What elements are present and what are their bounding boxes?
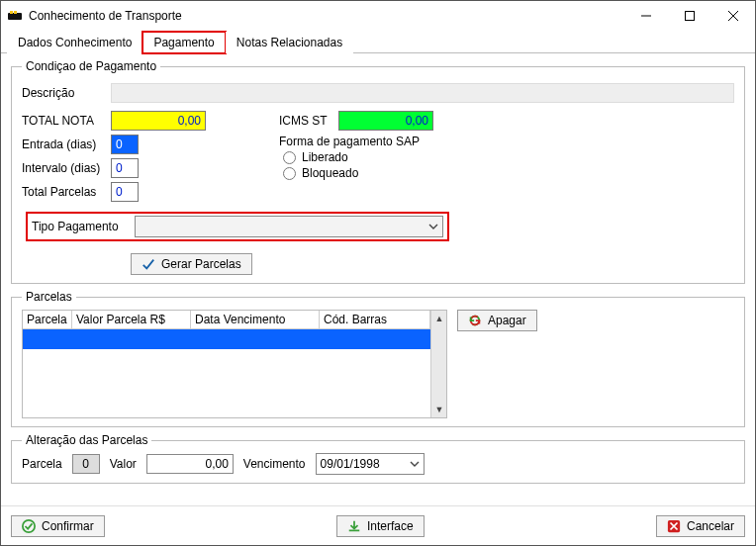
intervalo-field[interactable]: 0 [111, 158, 139, 178]
svg-rect-4 [686, 12, 695, 21]
svg-rect-1 [10, 11, 13, 14]
total-parcelas-field[interactable]: 0 [111, 182, 139, 202]
alt-parcela-label: Parcela [22, 457, 62, 471]
parcelas-group: Parcelas Parcela Valor Parcela R$ Data V… [11, 290, 745, 427]
confirmar-label: Confirmar [42, 519, 94, 533]
parcelas-legend: Parcelas [22, 290, 76, 304]
window-title: Conhecimento de Transporte [29, 9, 624, 23]
alteracao-group: Alteração das Parcelas Parcela 0 Valor 0… [11, 433, 745, 484]
col-valor[interactable]: Valor Parcela R$ [72, 311, 191, 329]
cancel-icon [667, 519, 681, 533]
descricao-label: Descrição [22, 86, 111, 100]
gerar-parcelas-label: Gerar Parcelas [161, 257, 241, 271]
radio-liberado[interactable] [283, 151, 296, 164]
footer: Confirmar Interface Cancelar [1, 505, 755, 545]
tab-dados[interactable]: Dados Conhecimento [7, 32, 142, 53]
interface-label: Interface [367, 519, 414, 533]
minimize-button[interactable] [624, 1, 668, 31]
confirmar-button[interactable]: Confirmar [11, 515, 105, 537]
refresh-icon [468, 314, 482, 327]
interface-button[interactable]: Interface [336, 515, 425, 537]
download-icon [347, 519, 361, 533]
apagar-label: Apagar [488, 314, 526, 327]
alt-valor-field[interactable]: 0,00 [146, 454, 234, 474]
radio-liberado-label: Liberado [302, 150, 348, 164]
parcelas-grid-header: Parcela Valor Parcela R$ Data Vencimento… [23, 311, 430, 329]
entrada-label: Entrada (dias) [22, 137, 111, 151]
intervalo-label: Intervalo (dias) [22, 161, 111, 175]
tab-notas[interactable]: Notas Relacionadas [226, 32, 353, 53]
entrada-field[interactable]: 0 [111, 135, 139, 154]
parcelas-selected-row[interactable] [23, 329, 430, 349]
gerar-parcelas-button[interactable]: Gerar Parcelas [131, 253, 252, 275]
col-parcela[interactable]: Parcela [23, 311, 72, 329]
scroll-down-icon[interactable]: ▼ [431, 402, 447, 417]
check-icon [142, 257, 155, 271]
tabs: Dados Conhecimento Pagamento Notas Relac… [1, 31, 755, 53]
app-icon [7, 8, 23, 24]
apagar-button[interactable]: Apagar [457, 310, 537, 331]
radio-bloqueado[interactable] [283, 167, 296, 180]
svg-point-7 [23, 519, 35, 531]
alt-valor-label: Valor [110, 457, 137, 471]
radio-bloqueado-label: Bloqueado [302, 166, 358, 180]
scroll-up-icon[interactable]: ▲ [431, 311, 447, 326]
window-buttons [624, 1, 755, 31]
tipo-pagamento-label: Tipo Pagamento [32, 220, 135, 233]
total-nota-label: TOTAL NOTA [22, 114, 111, 128]
maximize-button[interactable] [668, 1, 711, 31]
cancelar-button[interactable]: Cancelar [656, 515, 745, 537]
tipo-pagamento-select[interactable] [135, 216, 443, 237]
parcelas-empty-area [23, 349, 430, 417]
chevron-down-icon [410, 459, 420, 469]
chevron-down-icon [428, 222, 438, 231]
alt-venc-field[interactable]: 09/01/1998 [316, 453, 425, 475]
forma-sap-bloqueado[interactable]: Bloqueado [283, 166, 536, 180]
cancelar-label: Cancelar [687, 519, 734, 533]
svg-rect-2 [14, 11, 17, 14]
titlebar: Conhecimento de Transporte [1, 1, 755, 31]
forma-sap-liberado[interactable]: Liberado [283, 150, 536, 164]
forma-sap-group: Forma de pagamento SAP Liberado Bloquead… [279, 135, 536, 180]
alt-parcela-field: 0 [72, 454, 100, 474]
total-parcelas-label: Total Parcelas [22, 185, 111, 199]
condicao-pagamento-group: Condiçao de Pagamento Descrição TOTAL NO… [11, 59, 745, 284]
descricao-field[interactable] [111, 83, 734, 103]
forma-sap-label: Forma de pagamento SAP [279, 135, 536, 148]
close-button[interactable] [711, 1, 755, 31]
total-nota-value: 0,00 [111, 111, 206, 131]
icms-value: 0,00 [338, 111, 433, 131]
alt-venc-value: 09/01/1998 [321, 457, 380, 471]
condicao-legend: Condiçao de Pagamento [22, 59, 160, 73]
svg-rect-0 [8, 13, 22, 20]
col-vencimento[interactable]: Data Vencimento [191, 311, 320, 329]
icms-label: ICMS ST [279, 114, 338, 128]
parcelas-scrollbar[interactable]: ▲ ▼ [430, 311, 446, 417]
ok-icon [22, 519, 36, 533]
alteracao-legend: Alteração das Parcelas [22, 433, 151, 447]
parcelas-grid[interactable]: Parcela Valor Parcela R$ Data Vencimento… [22, 310, 447, 418]
tab-pagamento[interactable]: Pagamento [142, 32, 225, 53]
col-barras[interactable]: Cód. Barras [320, 311, 430, 329]
alt-venc-label: Vencimento [243, 457, 306, 471]
